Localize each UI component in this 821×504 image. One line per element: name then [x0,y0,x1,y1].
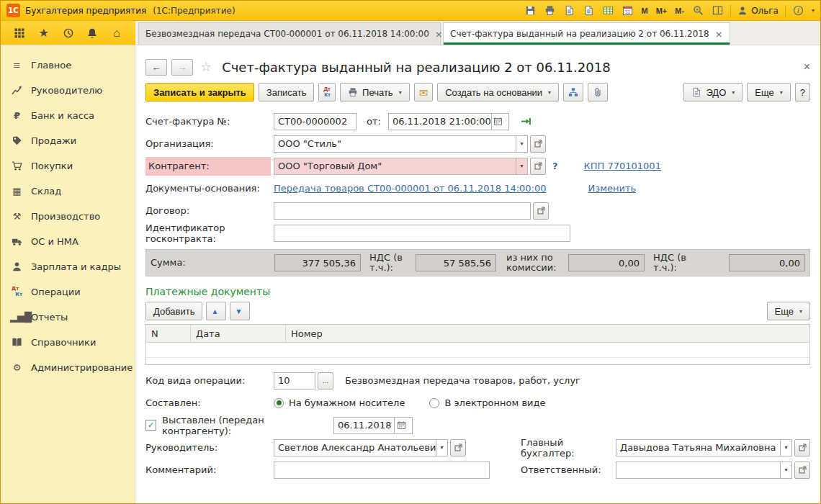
document-journal-button[interactable] [583,4,596,17]
print-preview-button[interactable] [563,4,576,17]
issued-date-input[interactable]: 06.11.2018 [333,417,413,434]
chief-accountant-open-button[interactable] [794,439,810,456]
issued-label[interactable]: Выставлен (передан контрагенту): [162,415,333,436]
gov-contract-input[interactable] [274,225,570,242]
calendar-button[interactable] [622,4,634,17]
dropdown-button[interactable]: ▾ [436,439,448,456]
operation-code-select-button[interactable]: ... [318,372,333,390]
sidebar-item-production[interactable]: ⚒Производство [1,204,135,229]
dropdown-button[interactable]: ▾ [516,135,528,153]
back-button[interactable]: ← [145,59,167,76]
favorite-star-icon[interactable]: ☆ [200,59,212,75]
sidebar-item-manager[interactable]: Руководителю [1,78,135,103]
manager-select[interactable]: Светлов Александр Анатольевич ▾ [274,439,448,456]
vat-value[interactable]: 57 585,56 [416,254,496,271]
payment-more-button[interactable]: Еще▾ [767,302,810,320]
history-button[interactable] [61,26,76,40]
sidebar-item-warehouse[interactable]: ▦Склад [1,179,135,204]
issued-calendar-button[interactable] [394,418,408,433]
forward-button[interactable]: → [171,59,193,76]
sidebar-item-directories[interactable]: Справочники [1,330,135,355]
sum-label: Сумма: [151,258,274,268]
sum-value[interactable]: 377 505,36 [274,254,361,271]
save-button[interactable] [524,4,537,17]
sidebar-item-bank-cash[interactable]: ₽Банк и касса [1,103,135,128]
info-menu-chevron-icon[interactable]: ▾ [812,7,815,14]
more-button[interactable]: Еще▾ [747,83,790,102]
save-button[interactable]: Записать [259,83,315,102]
help-button[interactable]: ? [795,83,810,102]
apps-menu-button[interactable] [12,26,27,40]
save-and-close-button[interactable]: Записать и закрыть [145,83,254,102]
operation-code-input[interactable]: 10 [274,372,315,390]
counterparty-help-link[interactable]: ? [552,161,558,171]
sidebar-item-administration[interactable]: ⚙Администрирование [1,355,135,380]
info-button[interactable] [792,4,805,17]
vat2-value[interactable]: 0,00 [729,254,805,271]
sidebar-item-reports[interactable]: ▂▅█Отчеты [1,305,135,330]
create-on-base-button[interactable]: Создать на основании▾ [437,83,559,102]
close-document-button[interactable]: × [804,60,810,73]
sidebar-item-main[interactable]: ≡Главное [1,53,135,78]
payment-table-row[interactable] [146,343,809,358]
dropdown-button[interactable]: ▾ [516,158,528,175]
favorites-button[interactable]: ★ [37,26,51,40]
radio-paper-label[interactable]: На бумажном носителе [289,397,405,408]
related-documents-button[interactable] [521,116,531,127]
email-button[interactable]: ✉ [414,83,434,102]
radio-paper[interactable] [274,398,284,408]
structure-button[interactable] [563,83,583,102]
basis-document-link[interactable]: Передача товаров СТ00-000001 от 06.11.20… [274,183,547,194]
sidebar-item-operations[interactable]: ДтКтОперации [1,279,135,305]
tab-invoice-document[interactable]: Счет-фактура выданный на реализацию 2 от… [443,22,730,45]
dt-kt-button[interactable]: ДтКт [318,83,336,102]
current-user[interactable]: Ольга [737,6,779,16]
print-button[interactable]: Печать▾ [340,83,410,102]
dropdown-button[interactable]: ▾ [780,439,792,456]
organization-open-button[interactable] [530,135,546,153]
window-mode-button[interactable] [711,4,724,17]
issued-checkbox[interactable]: ✓ [145,420,156,431]
tab-transfer-document[interactable]: Безвозмездная передача СТ00-000001 от 06… [138,22,441,45]
comment-input[interactable] [274,462,490,479]
attachments-button[interactable] [588,83,608,102]
chief-accountant-select[interactable]: Давыдова Татьяна Михайловна ▾ [616,439,792,456]
notifications-button[interactable] [85,26,99,40]
counterparty-select[interactable]: ООО "Торговый Дом" ▾ [274,158,528,175]
tab-close-icon[interactable]: × [435,29,443,40]
move-up-button[interactable]: ▲ [206,302,226,320]
add-row-button[interactable]: Добавить [145,302,202,320]
date-input[interactable]: 06.11.2018 21:00:00 [388,113,509,130]
invoice-number-input[interactable]: СТ00-0000002 [274,113,356,130]
memory-m-button[interactable]: M [641,6,649,15]
print-button[interactable] [544,4,557,17]
radio-electronic-label[interactable]: В электронном виде [444,397,545,408]
radio-electronic[interactable] [429,398,439,408]
responsible-select[interactable]: ▾ [616,462,792,479]
move-down-button[interactable]: ▼ [230,302,250,320]
kpp-link[interactable]: КПП 770101001 [584,161,661,171]
sidebar-item-fixed-assets[interactable]: ОС и НМА [1,229,135,254]
date-calendar-button[interactable] [491,114,505,130]
dropdown-button[interactable]: ▾ [780,462,792,479]
commission-value[interactable]: 0,00 [568,254,645,271]
show-table-button[interactable] [602,4,615,17]
sidebar-item-label: Главное [31,60,71,71]
zoom-button[interactable] [691,4,704,17]
home-button[interactable]: ⌂ [109,26,124,40]
tab-close-icon[interactable]: × [715,29,723,40]
edo-button[interactable]: ЭДО▾ [683,83,743,102]
sidebar-item-purchases[interactable]: Покупки [1,153,135,179]
memory-m-minus-button[interactable]: M- [674,6,685,15]
organization-select[interactable]: ООО "Стиль" ▾ [274,135,528,153]
counterparty-open-button[interactable] [530,158,546,175]
contract-input[interactable] [274,202,531,220]
responsible-open-button[interactable] [794,462,810,479]
change-basis-link[interactable]: Изменить [588,183,637,194]
memory-m-plus-button[interactable]: M+ [655,6,668,15]
sidebar-item-payroll-hr[interactable]: Зарплата и кадры [1,254,135,279]
sidebar-item-sales[interactable]: Продажи [1,128,135,153]
comment-row: Комментарий: Ответственный: ▾ [145,459,810,481]
contract-open-button[interactable] [533,202,549,220]
manager-open-button[interactable] [450,439,466,456]
